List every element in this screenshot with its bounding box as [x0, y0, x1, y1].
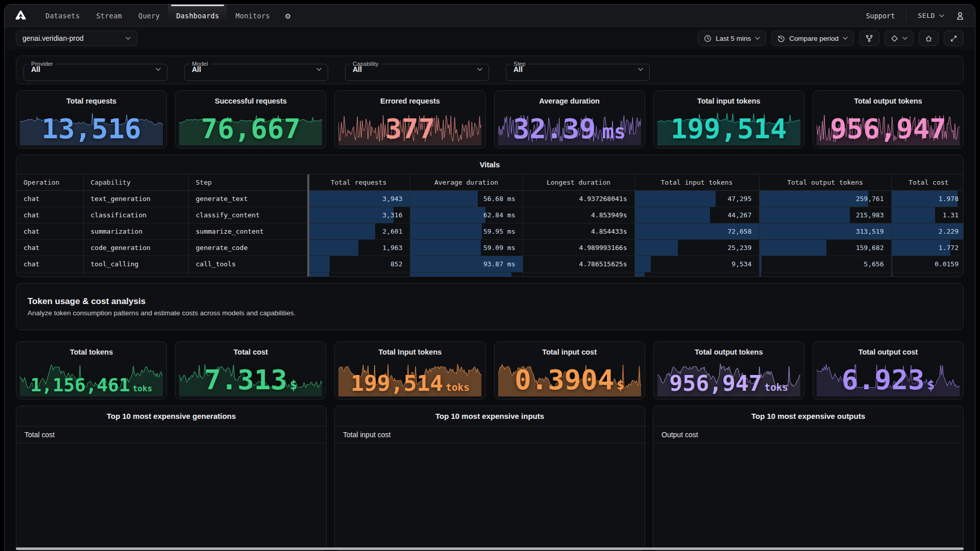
- kpi-unit: ms: [602, 120, 626, 143]
- vitals-col-step[interactable]: Step: [188, 174, 307, 190]
- top-card-title: Top 10 most expensive outputs: [653, 406, 963, 427]
- vitals-cell-output_tokens: 215,983: [759, 207, 891, 223]
- vitals-cell-input_tokens: 9,534: [634, 256, 759, 272]
- top-card-top-10-most-expensive-outputs[interactable]: Top 10 most expensive outputs Output cos…: [653, 406, 964, 551]
- vitals-cell-longest_duration: 4.786515625s: [523, 256, 634, 272]
- top-card-top-10-most-expensive-generations[interactable]: Top 10 most expensive generations Total …: [16, 406, 327, 551]
- compare-period-button[interactable]: Compare period: [771, 31, 854, 46]
- nav-item-datasets[interactable]: Datasets: [37, 5, 88, 27]
- axiom-logo: [15, 10, 27, 21]
- kpi-value: 199,514toks: [335, 372, 485, 395]
- kpi-row-tokens: Total tokens 1,156,461toks Total cost 7.…: [16, 341, 964, 399]
- kpi-value: 0.3904$: [495, 366, 645, 395]
- vitals-col-total-input-tokens[interactable]: Total input tokens: [634, 174, 759, 190]
- data-bar: [635, 256, 651, 272]
- data-bar: [635, 272, 645, 277]
- nav-item-query[interactable]: Query: [130, 5, 168, 27]
- chevron-down-icon: [755, 37, 760, 40]
- top-card-title: Top 10 most expensive inputs: [335, 406, 645, 427]
- axiom-logo-icon[interactable]: [15, 10, 27, 22]
- top-card-metric-label: Output cost: [653, 427, 963, 443]
- vitals-cell-total_cost: 1.772: [891, 239, 964, 256]
- kpi-card-total-requests[interactable]: Total requests 13,516: [16, 90, 167, 148]
- kpi-title: Errored requests: [335, 97, 485, 105]
- dashboard-name: genai.veridian-prod: [22, 34, 84, 42]
- kpi-card-total-cost[interactable]: Total cost 7.313$: [175, 341, 326, 399]
- support-link[interactable]: Support: [866, 12, 895, 20]
- vitals-title: Vitals: [16, 155, 963, 174]
- vitals-col-total-requests[interactable]: Total requests: [307, 174, 410, 190]
- vitals-row[interactable]: chatclassificationclassify_content3,3166…: [16, 207, 964, 223]
- chevron-down-icon: [156, 68, 161, 71]
- vitals-cell-total_cost: 1.31: [891, 207, 964, 223]
- time-range-button[interactable]: Last 5 mins: [698, 31, 766, 46]
- kpi-card-successful-requests[interactable]: Successful requests 76,667: [175, 90, 326, 148]
- vitals-row[interactable]: chatsummarizationsummarize_content2,6015…: [16, 223, 964, 239]
- vitals-cell-total_requests: 1,963: [307, 239, 410, 256]
- nav-item-stream[interactable]: Stream: [88, 5, 130, 27]
- vitals-row[interactable]: chatcode_generationgenerate_code1,96359.…: [16, 239, 964, 256]
- kpi-value: 377: [335, 115, 485, 144]
- versions-button[interactable]: [859, 31, 879, 46]
- vitals-col-total-output-tokens[interactable]: Total output tokens: [759, 174, 891, 190]
- kpi-card-total-output-tokens[interactable]: Total output tokens 956,947: [813, 90, 964, 148]
- filter-model[interactable]: Model All: [184, 61, 328, 81]
- home-button[interactable]: [919, 31, 939, 46]
- org-label: SELD: [918, 12, 935, 19]
- kpi-card-average-duration[interactable]: Average duration 32.39ms: [494, 90, 645, 148]
- kpi-value: 7.313$: [176, 366, 326, 395]
- kpi-card-total-input-tokens[interactable]: Total Input tokens 199,514toks: [334, 341, 485, 399]
- nav-item-monitors[interactable]: Monitors: [227, 5, 278, 27]
- column-resize-divider[interactable]: [307, 174, 309, 277]
- filter-provider[interactable]: Provider All: [23, 61, 167, 81]
- kpi-card-total-output-cost[interactable]: Total output cost 6.923$: [813, 341, 964, 399]
- vitals-row[interactable]: chattool_callingcall_tools85293.87 ms4.7…: [16, 256, 964, 272]
- time-range-label: Last 5 mins: [716, 35, 751, 42]
- nav-left: DatasetsStreamQueryDashboardsMonitors ⚙: [15, 5, 298, 27]
- vitals-cell-capability: code_generation: [83, 239, 188, 256]
- kpi-title: Total output cost: [813, 348, 963, 356]
- kpi-value: 199,514: [654, 115, 804, 144]
- vitals-cell-input_tokens: 25,239: [634, 239, 759, 256]
- filter-capability[interactable]: Capability All: [345, 61, 489, 81]
- vitals-col-average-duration[interactable]: Average duration: [410, 174, 523, 190]
- vitals-cell-avg_duration: 59.95 ms: [410, 223, 523, 239]
- vitals-col-operation[interactable]: Operation: [16, 174, 83, 190]
- vitals-cell-total_requests: 852: [307, 256, 410, 272]
- data-bar: [760, 240, 826, 256]
- vitals-cell-step: classify_content: [188, 207, 307, 223]
- user-menu[interactable]: [955, 11, 965, 20]
- vitals-table: OperationCapabilityStepTotal requestsAve…: [16, 174, 963, 277]
- kpi-card-total-tokens[interactable]: Total tokens 1,156,461toks: [16, 341, 167, 399]
- kpi-title: Total output tokens: [813, 97, 963, 105]
- fullscreen-button[interactable]: [944, 31, 964, 46]
- app-window: DatasetsStreamQueryDashboardsMonitors ⚙ …: [4, 4, 975, 551]
- vitals-cell-output_tokens: 259,761: [759, 190, 891, 207]
- filter-step[interactable]: Step All: [506, 61, 650, 81]
- vitals-col-total-cost[interactable]: Total cost: [891, 174, 964, 190]
- nav-item-dashboards[interactable]: Dashboards: [168, 5, 227, 27]
- horizontal-scrollbar[interactable]: [16, 547, 964, 550]
- kpi-card-total-output-tokens[interactable]: Total output tokens 956,947toks: [653, 341, 804, 399]
- kpi-card-errored-requests[interactable]: Errored requests 377: [334, 90, 485, 148]
- vitals-cell-operation: chat: [16, 223, 83, 239]
- annotations-button[interactable]: [885, 31, 914, 46]
- org-switcher[interactable]: SELD: [918, 12, 944, 19]
- kpi-card-total-input-tokens[interactable]: Total input tokens 199,514: [653, 90, 804, 148]
- settings-gear-icon[interactable]: ⚙: [278, 5, 298, 27]
- kpi-title: Successful requests: [176, 97, 326, 105]
- kpi-card-total-input-cost[interactable]: Total input cost 0.3904$: [494, 341, 645, 399]
- kpi-title: Total input cost: [495, 348, 645, 356]
- section-title: Token usage & cost analysis: [28, 296, 952, 307]
- user-icon: [955, 11, 965, 20]
- chevron-down-icon: [316, 68, 322, 71]
- vitals-col-capability[interactable]: Capability: [83, 174, 188, 190]
- toolbar-right: Last 5 mins Compare period: [698, 31, 964, 46]
- chevron-down-icon: [477, 68, 482, 71]
- kpi-title: Total input tokens: [654, 97, 804, 105]
- kpi-title: Total Input tokens: [335, 348, 485, 356]
- top-card-top-10-most-expensive-inputs[interactable]: Top 10 most expensive inputs Total input…: [334, 406, 645, 551]
- dashboard-selector[interactable]: genai.veridian-prod: [16, 31, 137, 46]
- vitals-col-longest-duration[interactable]: Longest duration: [523, 174, 634, 190]
- vitals-row[interactable]: chattext_generationgenerate_text3,94356.…: [16, 190, 964, 207]
